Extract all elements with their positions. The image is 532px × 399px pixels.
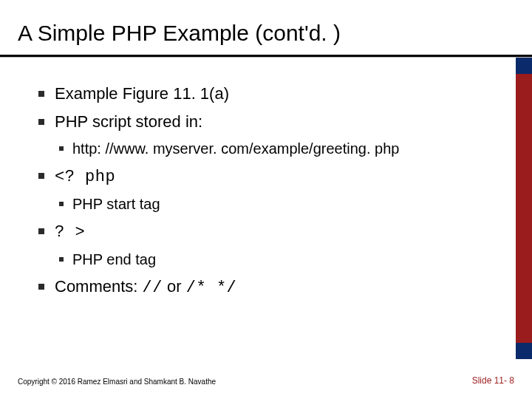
bullet-item: PHP script stored in: http: //www. myser…: [35, 109, 502, 160]
bullet-item: Comments: // or /* */: [35, 274, 502, 301]
sub-list: PHP start tag: [55, 193, 502, 216]
bullet-text: Comments:: [55, 277, 143, 296]
bullet-item: Example Figure 11. 1(a): [35, 81, 502, 106]
sub-list: PHP end tag: [55, 248, 502, 271]
stripe-mid: [516, 74, 532, 343]
content-body: Example Figure 11. 1(a) PHP script store…: [35, 81, 502, 304]
bullet-text: or: [163, 277, 186, 296]
footer: Copyright © 2016 Ramez Elmasri and Shamk…: [18, 375, 514, 386]
sub-bullet-text: http: //www. myserver. com/example/greet…: [72, 140, 399, 157]
sub-list: http: //www. myserver. com/example/greet…: [55, 137, 502, 160]
bullet-item: ? > PHP end tag: [35, 219, 502, 271]
stripe-bot: [516, 343, 532, 359]
bullet-text-code: <? php: [55, 168, 115, 186]
side-stripe: [516, 58, 532, 359]
slide-number: Slide 11- 8: [472, 375, 514, 386]
sub-bullet-item: http: //www. myserver. com/example/greet…: [55, 137, 502, 160]
slide-title: A Simple PHP Example (cont'd. ): [18, 21, 341, 46]
bullet-text-code: //: [143, 279, 163, 297]
bullet-text-code: /* */: [186, 279, 237, 297]
sub-bullet-item: PHP start tag: [55, 193, 502, 216]
slide: A Simple PHP Example (cont'd. ) Example …: [0, 0, 532, 399]
bullet-text: Example Figure 11. 1(a): [55, 84, 229, 103]
title-underline: [0, 55, 532, 57]
bullet-item: <? php PHP start tag: [35, 163, 502, 216]
sub-bullet-text: PHP end tag: [72, 251, 156, 267]
copyright-text: Copyright © 2016 Ramez Elmasri and Shamk…: [18, 378, 216, 386]
stripe-top: [516, 58, 532, 74]
sub-bullet-text: PHP start tag: [72, 196, 160, 212]
bullet-text-code: ? >: [55, 223, 85, 242]
sub-bullet-item: PHP end tag: [55, 248, 502, 271]
bullet-list: Example Figure 11. 1(a) PHP script store…: [35, 81, 502, 301]
bullet-text: PHP script stored in:: [55, 112, 202, 131]
